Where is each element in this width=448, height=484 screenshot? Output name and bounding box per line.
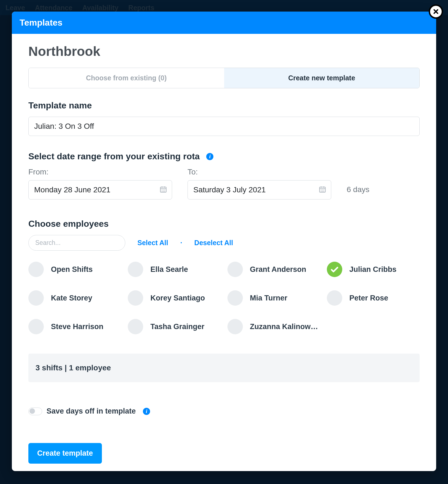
heading-text: Template name xyxy=(28,100,92,111)
template-name-input[interactable] xyxy=(28,117,420,136)
calendar-icon[interactable] xyxy=(159,185,167,194)
avatar-icon xyxy=(227,319,243,334)
employee-name: Kate Storey xyxy=(51,294,92,302)
from-date-input[interactable] xyxy=(28,180,172,199)
employee-item[interactable]: Kate Storey xyxy=(28,290,121,306)
avatar-icon xyxy=(28,319,44,334)
modal-header: Templates xyxy=(12,12,436,34)
employee-item[interactable]: Open Shifts xyxy=(28,262,121,277)
employee-item[interactable]: Grant Anderson xyxy=(227,262,320,277)
employee-name: Zuzanna Kalinow… xyxy=(250,322,318,331)
modal-title: Templates xyxy=(20,18,63,28)
date-range-row: From: To: 6 days xyxy=(28,168,420,199)
summary-bar: 3 shifts | 1 employee xyxy=(28,354,420,382)
tabs: Choose from existing (0) Create new temp… xyxy=(28,68,420,88)
employee-item[interactable]: Peter Rose xyxy=(327,290,420,306)
employee-grid: Open ShiftsElla SearleGrant AndersonJuli… xyxy=(28,262,420,334)
employee-name: Steve Harrison xyxy=(51,322,104,331)
calendar-icon[interactable] xyxy=(319,185,326,194)
close-button[interactable] xyxy=(429,4,443,19)
to-label: To: xyxy=(188,168,331,176)
employee-name: Julian Cribbs xyxy=(349,265,397,274)
employee-item[interactable]: Julian Cribbs xyxy=(327,262,420,277)
employee-name: Korey Santiago xyxy=(150,294,205,302)
deselect-all-button[interactable]: Deselect All xyxy=(194,239,233,247)
employee-name: Peter Rose xyxy=(349,294,388,302)
employee-item[interactable]: Korey Santiago xyxy=(128,290,221,306)
info-icon[interactable]: i xyxy=(143,408,150,415)
heading-text: Select date range from your existing rot… xyxy=(28,151,200,162)
date-from-col: From: xyxy=(28,168,172,199)
avatar-checked-icon xyxy=(327,262,342,277)
employee-name: Tasha Grainger xyxy=(150,322,204,331)
heading-text: Choose employees xyxy=(28,219,109,229)
employee-name: Open Shifts xyxy=(51,265,93,274)
employee-name: Ella Searle xyxy=(150,265,188,274)
avatar-icon xyxy=(28,290,44,306)
employee-item[interactable]: Steve Harrison xyxy=(28,319,121,334)
save-days-off-row: Save days off in template i xyxy=(28,407,420,415)
tab-create-new[interactable]: Create new template xyxy=(224,68,420,88)
separator-dot: · xyxy=(180,239,182,247)
employee-name: Mia Turner xyxy=(250,294,287,302)
employee-item[interactable]: Zuzanna Kalinow… xyxy=(227,319,320,334)
employee-controls: Select All · Deselect All xyxy=(28,235,420,251)
close-icon xyxy=(432,8,439,15)
save-days-off-label: Save days off in template xyxy=(47,407,136,415)
save-days-off-toggle[interactable] xyxy=(28,408,42,415)
employee-item[interactable]: Mia Turner xyxy=(227,290,320,306)
heading-template-name: Template name xyxy=(28,100,420,111)
tab-existing[interactable]: Choose from existing (0) xyxy=(29,68,224,88)
heading-choose-employees: Choose employees xyxy=(28,219,420,229)
to-input-wrap xyxy=(188,180,331,199)
modal-templates: Templates Northbrook Choose from existin… xyxy=(12,12,436,471)
avatar-icon xyxy=(28,262,44,277)
avatar-icon xyxy=(128,262,143,277)
avatar-icon xyxy=(327,290,342,306)
employee-item[interactable]: Ella Searle xyxy=(128,262,221,277)
heading-date-range: Select date range from your existing rot… xyxy=(28,151,420,162)
employee-item[interactable]: Tasha Grainger xyxy=(128,319,221,334)
employee-name: Grant Anderson xyxy=(250,265,306,274)
select-all-button[interactable]: Select All xyxy=(137,239,168,247)
info-icon[interactable]: i xyxy=(206,153,213,160)
days-count: 6 days xyxy=(347,185,370,199)
from-label: From: xyxy=(28,168,172,176)
avatar-icon xyxy=(128,319,143,334)
avatar-icon xyxy=(128,290,143,306)
modal-body: Northbrook Choose from existing (0) Crea… xyxy=(12,34,436,471)
date-to-col: To: xyxy=(188,168,331,199)
from-input-wrap xyxy=(28,180,172,199)
employee-search-input[interactable] xyxy=(28,235,125,251)
page-title: Northbrook xyxy=(28,44,420,59)
avatar-icon xyxy=(227,262,243,277)
avatar-icon xyxy=(227,290,243,306)
create-template-button[interactable]: Create template xyxy=(28,443,102,464)
to-date-input[interactable] xyxy=(188,180,331,199)
